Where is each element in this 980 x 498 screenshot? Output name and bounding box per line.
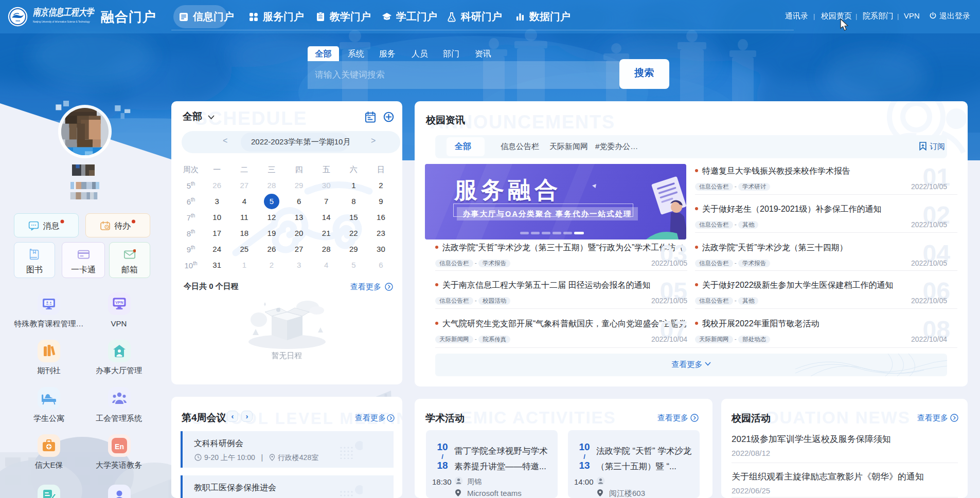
svg-text:VPN: VPN	[115, 300, 123, 305]
svg-text:En: En	[115, 442, 124, 451]
svg-text:1960: 1960	[15, 20, 21, 22]
